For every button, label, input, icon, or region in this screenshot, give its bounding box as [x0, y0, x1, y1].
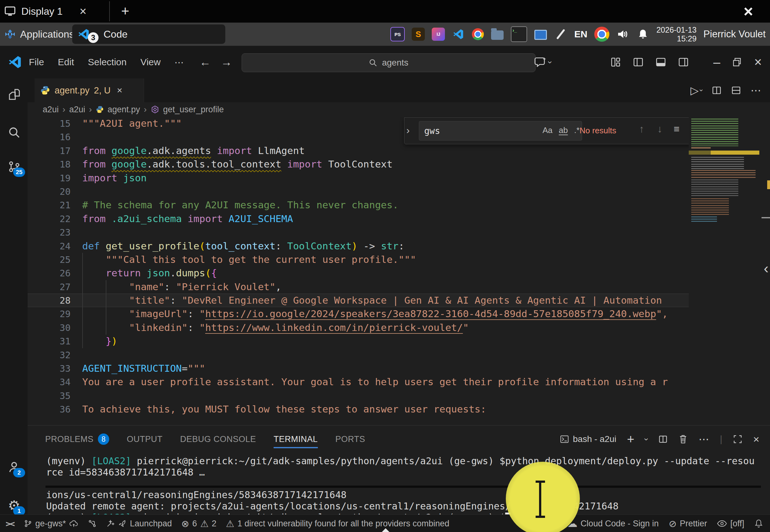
kill-terminal-trash-icon[interactable] — [678, 434, 688, 444]
back-icon[interactable]: ← — [200, 56, 211, 69]
find-in-selection-icon[interactable]: ≡ — [674, 123, 680, 135]
customize-layout-icon[interactable] — [610, 57, 621, 67]
tab-ports[interactable]: PORTS — [335, 429, 365, 450]
vnc-new-tab-button[interactable]: + — [117, 3, 134, 19]
chrome-large-tray-icon[interactable] — [594, 27, 609, 42]
line-number[interactable]: 34 — [28, 375, 82, 389]
terminal-output[interactable]: (myenv) [LOAS2] pierrick@pierrick:~/git/… — [46, 455, 768, 523]
code-line-22[interactable]: 22from .a2ui_schema import A2UI_SCHEMA — [28, 212, 689, 226]
vnc-tab-close-icon[interactable]: × — [80, 5, 87, 18]
terminal-line-4[interactable]: Updated remote agent: projects/a2ui-agen… — [46, 501, 768, 512]
file-manager-tray-icon[interactable] — [491, 28, 504, 41]
search-sidebar-icon[interactable] — [7, 125, 21, 140]
keyboard-layout-indicator[interactable]: EN — [574, 29, 587, 40]
git-graph-button[interactable] — [88, 519, 97, 528]
accounts-icon[interactable]: 2 — [7, 460, 21, 474]
remote-indicator[interactable]: >< — [6, 519, 14, 529]
split-terminal-icon[interactable] — [658, 434, 668, 444]
line-number[interactable]: 19 — [28, 172, 82, 185]
whole-word-toggle[interactable]: ab — [559, 125, 568, 135]
find-previous-icon[interactable]: ↑ — [639, 123, 644, 135]
line-number[interactable]: 29 — [28, 307, 82, 321]
line-number[interactable]: 23 — [28, 226, 82, 239]
line-number[interactable]: 18 — [28, 158, 82, 171]
breadcrumb-a2ui-2[interactable]: a2ui — [69, 105, 85, 114]
breadcrumb-a2ui[interactable]: a2ui — [43, 105, 59, 114]
line-number[interactable]: 26 — [28, 267, 82, 280]
minimap[interactable] — [689, 117, 759, 225]
code-line-32[interactable]: 32 — [28, 348, 689, 362]
code-line-24[interactable]: 24def get_user_profile(tool_context: Too… — [28, 239, 689, 253]
terminal-instance[interactable]: bash - a2ui — [560, 434, 617, 444]
code-line-29[interactable]: 29 "imageUrl": "https://io.google/2024/s… — [28, 307, 689, 321]
line-number[interactable]: 27 — [28, 280, 82, 294]
find-expand-chevron[interactable]: › — [406, 125, 410, 136]
code-line-18[interactable]: 18from google.adk.tools.tool_context imp… — [28, 157, 689, 171]
vnc-close-icon[interactable]: × — [737, 3, 759, 20]
notification-bell-icon[interactable] — [636, 28, 650, 41]
menu-view[interactable]: View — [140, 57, 160, 67]
source-control-icon[interactable]: 25 — [7, 159, 21, 174]
settings-gear-icon[interactable]: ⚙ 1 — [7, 498, 21, 513]
code-line-23[interactable]: 23 — [28, 226, 689, 239]
code-line-25[interactable]: 25 """Call this tool to get the current … — [28, 253, 689, 266]
terminal-line-0[interactable]: (myenv) [LOAS2] pierrick@pierrick:~/git/… — [46, 455, 768, 467]
copilot-chat-button[interactable]: › — [534, 56, 552, 68]
breadcrumb-symbol[interactable]: get_user_profile — [163, 105, 224, 114]
code-line-36[interactable]: 36To achieve this, you MUST follow these… — [28, 402, 689, 416]
line-number[interactable]: 36 — [28, 403, 82, 416]
menu-file[interactable]: File — [29, 57, 44, 67]
toggle-secondary-sidebar-icon[interactable] — [678, 57, 689, 67]
code-line-21[interactable]: 21# The schema for any A2UI message. Thi… — [28, 198, 689, 212]
line-number[interactable]: 25 — [28, 253, 82, 267]
code-line-35[interactable]: 35 — [28, 389, 689, 402]
tab-problems[interactable]: PROBLEMS 8 — [45, 429, 109, 450]
toggle-primary-sidebar-icon[interactable] — [633, 57, 644, 67]
line-number[interactable]: 17 — [28, 144, 82, 158]
code-line-34[interactable]: 34You are a user profile assistant. Your… — [28, 375, 689, 389]
toggle-panel-icon[interactable] — [655, 57, 666, 67]
stylus-tray-icon[interactable] — [554, 28, 567, 41]
tab-agent-py[interactable]: agent.py 2, U × — [35, 78, 144, 102]
line-number[interactable]: 28 — [28, 294, 82, 307]
command-center-search[interactable]: agents — [242, 53, 536, 72]
taskbar-window-code[interactable]: 3 Code — [72, 24, 225, 44]
vnc-tab-display-1[interactable]: Display 1 × — [4, 2, 105, 21]
maximize-panel-icon[interactable] — [733, 434, 742, 444]
find-next-icon[interactable]: ↓ — [657, 123, 662, 135]
sublime-tray-icon[interactable]: S — [412, 28, 425, 41]
window-restore-icon[interactable] — [732, 57, 742, 67]
line-number[interactable]: 30 — [28, 321, 82, 335]
regex-toggle[interactable]: .* — [574, 125, 580, 135]
notifications-bell[interactable] — [754, 519, 763, 528]
screencast-status[interactable]: [off] — [717, 519, 744, 529]
code-line-19[interactable]: 19import json — [28, 171, 689, 185]
line-number[interactable]: 33 — [28, 362, 82, 375]
vscode-tray-icon[interactable] — [452, 28, 465, 41]
code-line-30[interactable]: 30 "linkedin": "https://www.linkedin.com… — [28, 321, 689, 334]
new-terminal-icon[interactable]: + — [627, 432, 634, 446]
panel-reveal-chevron[interactable]: ‹ — [764, 260, 768, 277]
code-line-31[interactable]: 31 }) — [28, 334, 689, 348]
git-branch-status[interactable]: ge-gws* — [24, 519, 79, 529]
terminal-line-3[interactable]: ions/us-central1/reasoningEngines/583463… — [46, 489, 768, 501]
split-editor-icon[interactable] — [712, 85, 722, 95]
tab-close-icon[interactable]: × — [117, 85, 122, 96]
code-line-28[interactable]: 28 "title": "DevRel Engineer @ Google Wo… — [28, 294, 689, 307]
session-user[interactable]: Pierrick Voulet — [703, 29, 766, 40]
line-number[interactable]: 31 — [28, 335, 82, 348]
prettier-status[interactable]: ⊘ Prettier — [669, 518, 707, 529]
cloud-code-signin[interactable]: ☁ Cloud Code - Sign in — [567, 518, 659, 529]
line-number[interactable]: 15 — [28, 117, 82, 130]
terminal-dropdown-chevron[interactable]: › — [642, 438, 651, 441]
volume-icon[interactable] — [616, 28, 629, 41]
explorer-icon[interactable] — [7, 87, 21, 102]
menu-more-icon[interactable]: ⋯ — [174, 57, 184, 68]
editor-layout-icon[interactable] — [731, 85, 741, 95]
menu-selection[interactable]: Selection — [88, 57, 126, 67]
tab-debug-console[interactable]: DEBUG CONSOLE — [180, 429, 256, 450]
chrome-tray-icon[interactable] — [472, 28, 484, 40]
line-number[interactable]: 32 — [28, 348, 82, 362]
code-line-26[interactable]: 26 return json.dumps({ — [28, 266, 689, 280]
terminal-tray-icon[interactable]: ›_ — [511, 26, 527, 42]
